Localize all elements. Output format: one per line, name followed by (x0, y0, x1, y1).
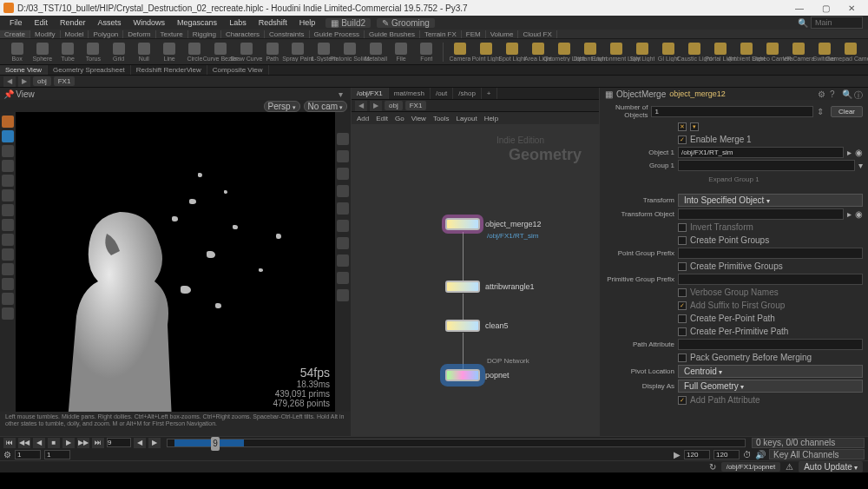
help-icon[interactable]: ? (830, 89, 838, 98)
render-icon[interactable] (2, 248, 14, 261)
status-path[interactable]: /obj/FX1/popnet (721, 462, 780, 472)
net-nav-back[interactable]: ◀ (355, 101, 367, 111)
play-last-button[interactable]: ⏭ (92, 438, 104, 448)
tool-line[interactable]: Line (158, 40, 181, 64)
shelf-tab[interactable]: Guide Process (310, 30, 365, 38)
end-frame-input[interactable] (684, 450, 710, 459)
net-menu-help[interactable]: Help (484, 115, 498, 122)
pivot-select[interactable]: Centroid ▾ (678, 365, 863, 378)
shelf-tab[interactable]: FEM (462, 30, 486, 38)
wireframe-icon[interactable] (337, 237, 349, 249)
transform-obj-input[interactable] (678, 208, 844, 220)
enable-merge-checkbox[interactable]: ✓ (678, 135, 687, 144)
bgimg-icon[interactable] (337, 202, 349, 215)
shelf-set-grooming[interactable]: ✎ Grooming (377, 18, 435, 28)
tool-vr-cam[interactable]: VR Camera (786, 40, 811, 64)
shelf-tab[interactable]: Guide Brushes (365, 30, 420, 38)
clear-button[interactable]: Clear (831, 106, 863, 117)
tool-camera[interactable]: Camera (448, 40, 472, 64)
net-menu-view[interactable]: View (411, 115, 426, 122)
invert-checkbox[interactable] (678, 223, 687, 232)
tool-grid[interactable]: Grid (107, 40, 130, 64)
expand-group-label[interactable]: Expand Group 1 (605, 175, 863, 183)
ghost-icon[interactable] (337, 150, 349, 162)
play-stop-button[interactable]: ■ (48, 438, 60, 448)
net-menu-layout[interactable]: Layout (457, 115, 477, 122)
key-prev-button[interactable]: ◀ (134, 438, 146, 448)
shelf-tab[interactable]: Model (61, 30, 89, 38)
net-tab-add[interactable]: + (482, 88, 497, 99)
search-input[interactable] (811, 17, 863, 29)
playhead[interactable]: 9 (211, 437, 220, 451)
transform-select[interactable]: Into Specified Object ▾ (678, 194, 863, 207)
display-select[interactable]: Full Geometry ▾ (678, 380, 863, 393)
timeline-track[interactable]: 9 (167, 439, 746, 447)
net-tab[interactable]: /out (431, 88, 453, 99)
maximize-button[interactable]: ▢ (812, 0, 838, 16)
tool-stereo-cam[interactable]: Stereo Camera (760, 40, 785, 64)
vgn-checkbox[interactable] (678, 288, 687, 297)
shelf-tab[interactable]: Create (0, 30, 30, 38)
tool-path[interactable]: Path (260, 40, 284, 64)
display-icon[interactable] (2, 278, 14, 290)
camera-button[interactable]: No cam ▾ (304, 101, 347, 112)
snap-icon[interactable] (2, 204, 14, 216)
warning-icon[interactable]: ⚠ (786, 462, 793, 472)
magnet-icon[interactable] (2, 293, 14, 305)
node-object-merge[interactable]: object_merge12 /obj/FX1/RT_sim (445, 218, 542, 230)
select-icon[interactable] (2, 130, 14, 142)
tool-null[interactable]: Null (132, 40, 155, 64)
net-menu-edit[interactable]: Edit (376, 115, 388, 122)
net-menu-add[interactable]: Add (357, 115, 369, 122)
shelf-tab[interactable]: Modify (30, 30, 61, 38)
prgp-input[interactable] (678, 274, 863, 285)
inspect-icon[interactable] (2, 234, 14, 246)
node-popnet[interactable]: popnet DOP Network (445, 369, 510, 381)
camera-lock-icon[interactable] (337, 220, 349, 232)
tool-platonic[interactable]: Platonic Solids (338, 40, 362, 64)
rstart-frame-input[interactable] (44, 450, 70, 459)
add-path-checkbox[interactable]: ✓ (678, 396, 687, 405)
pose-icon[interactable] (2, 189, 14, 202)
stepper-spinner[interactable]: ⇕ (817, 107, 824, 116)
search-param-icon[interactable]: 🔍 (842, 89, 851, 98)
nav-back-icon[interactable]: ◀ (3, 76, 16, 87)
tool-draw-curve[interactable]: Draw Curve (234, 40, 259, 64)
grid-icon[interactable] (337, 185, 349, 197)
play-first-button[interactable]: ⏮ (3, 438, 16, 448)
visibility-icon[interactable] (2, 307, 14, 320)
net-tab[interactable]: mat/mesh (389, 88, 431, 99)
realtime-icon[interactable]: ⏱ (743, 450, 752, 459)
headlight-icon[interactable] (337, 272, 349, 284)
tool-sky-light[interactable]: Sky Light (630, 40, 654, 64)
play-fwd-button[interactable]: ▶ (62, 438, 75, 448)
tool-env-light[interactable]: Environment Light (604, 40, 628, 64)
shelf-tab[interactable]: Terrain FX (420, 30, 462, 38)
handle-icon[interactable] (2, 116, 14, 128)
shelf-tab[interactable]: Rigging (188, 30, 221, 38)
shelf-tab[interactable]: Deform (123, 30, 155, 38)
pack-checkbox[interactable] (678, 354, 687, 362)
cpg-checkbox[interactable] (678, 236, 687, 245)
menu-render[interactable]: Render (56, 18, 90, 27)
menu-help[interactable]: Help (295, 18, 320, 27)
gear-icon[interactable]: ⚙ (818, 89, 826, 98)
display-options-icon[interactable] (337, 133, 349, 145)
brush-icon[interactable] (2, 219, 14, 231)
breadcrumb-obj[interactable]: obj (33, 76, 51, 86)
scale-icon[interactable] (2, 175, 14, 187)
object1-input[interactable] (678, 147, 844, 158)
enable-toggle[interactable]: ▾ (690, 122, 699, 131)
play-back-button[interactable]: ◀ (33, 438, 45, 448)
tool-spot-light[interactable]: Spot Light (500, 40, 524, 64)
key-all-button[interactable]: Key All Channels (769, 449, 865, 459)
tool-gamepad[interactable]: Gamepad Camera (838, 40, 863, 64)
node-attribwrangle[interactable]: attribwrangle1 (445, 281, 535, 293)
cook-icon[interactable]: ↻ (709, 462, 716, 472)
tool-tube[interactable]: Tube (56, 40, 80, 64)
network-canvas[interactable]: Indie Edition Geometry object_merge12 /o… (352, 124, 599, 436)
menu-file[interactable]: File (5, 18, 27, 27)
menu-assets[interactable]: Assets (94, 18, 126, 27)
tool-spray[interactable]: Spray Paint (286, 40, 310, 64)
key-next-button[interactable]: ▶ (148, 438, 161, 448)
